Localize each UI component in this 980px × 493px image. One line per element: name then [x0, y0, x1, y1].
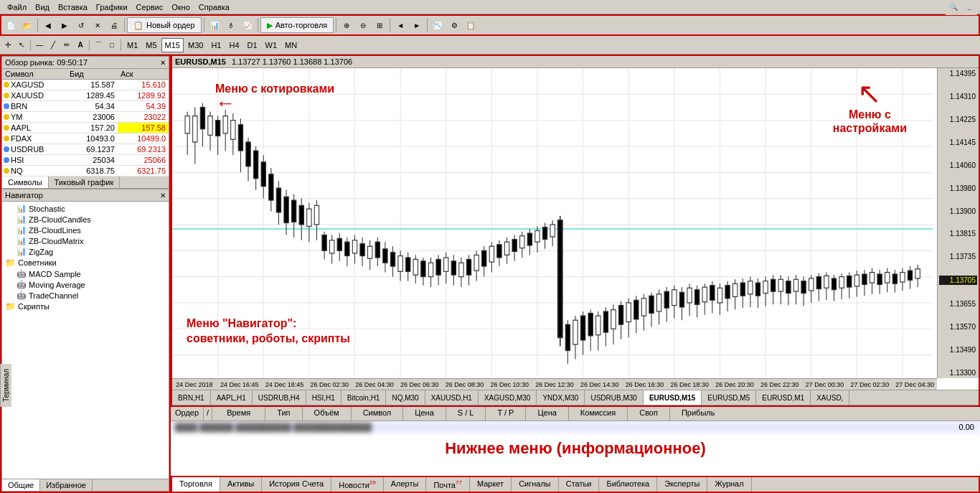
indicators-btn[interactable]: 📉: [430, 17, 446, 33]
time-scale: 24 Dec 2018 24 Dec 16:45 24 Dec 18:45 26…: [172, 378, 937, 390]
chart-tab[interactable]: HSI,H1: [306, 390, 341, 405]
minimize-icon[interactable]: _: [961, 0, 977, 15]
tree-item[interactable]: 📊ZigZag: [15, 246, 167, 257]
tree-item[interactable]: 📊ZB-CloudCandles: [15, 214, 167, 225]
chart-tab[interactable]: NQ,M30: [386, 390, 425, 405]
grid-btn[interactable]: ⊞: [372, 17, 387, 33]
term-tab-journal[interactable]: Журнал: [707, 477, 751, 492]
term-tab-news[interactable]: Новости29: [331, 477, 384, 492]
tree-item[interactable]: 🤖TradeChannel: [15, 290, 167, 301]
chart-tab[interactable]: USDRUB,H4: [253, 390, 306, 405]
scroll-right-btn[interactable]: ►: [409, 17, 425, 33]
settings-btn[interactable]: ⚙: [446, 17, 462, 33]
open-btn[interactable]: 📂: [19, 17, 35, 33]
new-file-btn[interactable]: 📄: [3, 17, 19, 33]
menu-file[interactable]: Файл: [3, 2, 31, 12]
menu-window[interactable]: Окно: [167, 2, 194, 12]
menu-service[interactable]: Сервис: [132, 2, 168, 12]
text-btn[interactable]: A: [74, 38, 87, 52]
chart-tab[interactable]: Bitcoin,H1: [341, 390, 387, 405]
tf-d1[interactable]: D1: [244, 38, 261, 52]
term-tab-articles[interactable]: Статьи: [559, 477, 600, 492]
tf-h1[interactable]: H1: [207, 38, 225, 52]
crosshair-btn[interactable]: ✛: [1, 38, 14, 52]
market-row-symbol[interactable]: BRN: [2, 101, 67, 112]
trendline-btn[interactable]: ╱: [47, 38, 60, 52]
tf-m1[interactable]: M1: [123, 38, 141, 52]
tab-symbols[interactable]: Символы: [2, 177, 49, 188]
stop-btn[interactable]: ✕: [90, 17, 105, 33]
term-tab-market[interactable]: Маркет: [470, 477, 512, 492]
menu-help[interactable]: Справка: [194, 2, 234, 12]
term-tab-alerts[interactable]: Алерты: [384, 477, 427, 492]
chart-tab[interactable]: EURUSD,M15: [644, 390, 702, 405]
rectangle-btn[interactable]: □: [105, 38, 118, 52]
chart-type-line[interactable]: 📈: [240, 17, 255, 33]
market-row-symbol[interactable]: HSI: [2, 155, 67, 166]
nav-tab-favorites[interactable]: Избранное: [40, 479, 93, 491]
term-tab-mail[interactable]: Почта77: [426, 477, 469, 492]
chart-tab[interactable]: YNDX,M30: [537, 390, 585, 405]
template-btn[interactable]: 📋: [463, 17, 479, 33]
tf-m5[interactable]: M5: [142, 38, 160, 52]
tf-m15[interactable]: M15: [161, 38, 184, 52]
chart-tab[interactable]: EURUSD,M1: [756, 390, 811, 405]
pen-btn[interactable]: ✏: [60, 38, 73, 52]
tree-item[interactable]: 📁Скрипты: [4, 301, 167, 312]
tree-item[interactable]: 🤖Moving Average: [15, 279, 167, 290]
back-btn[interactable]: ◀: [40, 17, 56, 33]
arrow-btn[interactable]: ↖: [15, 38, 28, 52]
tf-m30[interactable]: M30: [184, 38, 207, 52]
menu-charts[interactable]: Графики: [92, 2, 132, 12]
term-tab-signals[interactable]: Сигналы: [512, 477, 559, 492]
search-icon[interactable]: 🔍: [946, 0, 961, 15]
market-watch-close[interactable]: ✕: [160, 59, 166, 67]
auto-trade-btn[interactable]: ▶ Авто-торговля: [260, 17, 334, 33]
scroll-left-btn[interactable]: ◄: [392, 17, 408, 33]
hline-btn[interactable]: —: [33, 38, 46, 52]
tf-w1[interactable]: W1: [262, 38, 281, 52]
fibo-btn[interactable]: ⌒: [92, 38, 105, 52]
market-row-symbol[interactable]: XAUUSD: [2, 90, 67, 101]
market-row-symbol[interactable]: YM: [2, 112, 67, 123]
chart-tab[interactable]: AAPL,H1: [211, 390, 253, 405]
chart-tab[interactable]: BRN,H1: [172, 390, 211, 405]
navigator-close[interactable]: ✕: [160, 192, 166, 199]
chart-tab[interactable]: EURUSD,M5: [702, 390, 756, 405]
tree-item[interactable]: 📊ZB-CloudMatrix: [15, 235, 167, 246]
term-tab-trade[interactable]: Торговля: [172, 477, 220, 492]
chart-tab[interactable]: XAUUSD,H1: [425, 390, 479, 405]
menu-view[interactable]: Вид: [31, 2, 54, 12]
tf-h4[interactable]: H4: [225, 38, 242, 52]
forward-btn[interactable]: ▶: [57, 17, 72, 33]
market-row-symbol[interactable]: AAPL: [2, 123, 67, 133]
term-tab-library[interactable]: Библиотека: [599, 477, 657, 492]
market-row-symbol[interactable]: FDAX: [2, 133, 67, 144]
chart-tab[interactable]: XAUSD,: [811, 390, 849, 405]
print-btn[interactable]: 🖨: [106, 17, 122, 33]
tree-item[interactable]: 📊Stochastic: [15, 203, 167, 214]
tab-tick-chart[interactable]: Тиковый график: [49, 177, 121, 188]
chart-tab[interactable]: XAGUSD,M30: [479, 390, 537, 405]
menu-insert[interactable]: Вставка: [54, 2, 92, 12]
nav-tab-general[interactable]: Общие: [2, 479, 40, 491]
term-tab-assets[interactable]: Активы: [220, 477, 262, 492]
zoom-out-btn[interactable]: ⊖: [355, 17, 371, 33]
chart-container[interactable]: 1.14395 1.14310 1.14225 1.14145 1.14060 …: [172, 68, 979, 390]
tree-item[interactable]: 📊ZB-CloudLines: [15, 225, 167, 235]
chart-tab[interactable]: USDRUB,M30: [585, 390, 643, 405]
tree-item[interactable]: 🤖MACD Sample: [15, 268, 167, 279]
col-sl: S / L: [446, 407, 486, 421]
chart-type-candle[interactable]: 🕯: [223, 17, 239, 33]
tf-mn[interactable]: MN: [281, 38, 301, 52]
zoom-in-btn[interactable]: ⊕: [339, 17, 354, 33]
chart-type-bar[interactable]: 📊: [207, 17, 222, 33]
term-tab-experts[interactable]: Эксперты: [657, 477, 707, 492]
market-row-symbol[interactable]: XAGUSD: [2, 80, 67, 90]
refresh-btn[interactable]: ↺: [73, 17, 89, 33]
tree-item[interactable]: 📁Советники: [4, 257, 167, 268]
new-order-btn[interactable]: 📋 Новый ордер: [127, 17, 202, 33]
market-row-symbol[interactable]: NQ: [2, 166, 67, 177]
term-tab-history[interactable]: История Счета: [262, 477, 331, 492]
market-row-symbol[interactable]: USDRUB: [2, 144, 67, 155]
